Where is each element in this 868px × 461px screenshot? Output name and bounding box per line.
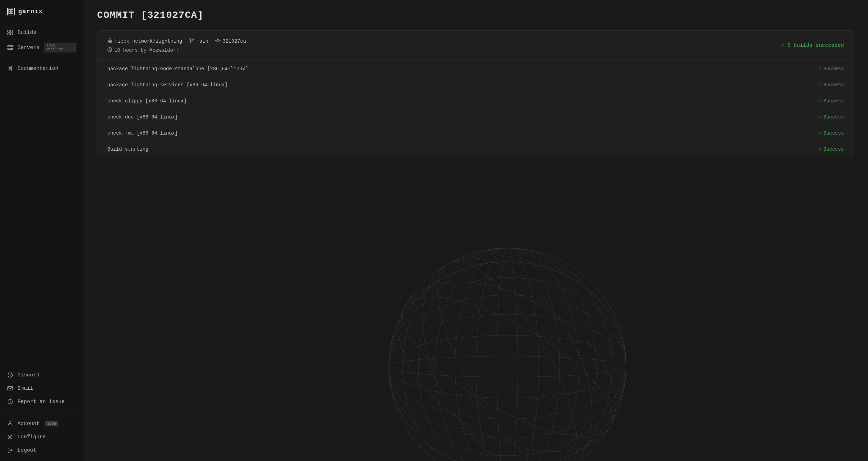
- build-row[interactable]: check fmt [x86_64-linux] ✓ Success: [97, 125, 854, 141]
- sidebar-item-builds[interactable]: Builds: [0, 26, 83, 39]
- book-icon: [7, 65, 13, 72]
- build-name: package lightning-node-standalone [x86_6…: [107, 66, 248, 72]
- status-label: Success: [823, 98, 844, 104]
- commit-meta-row-2: 10 hours by @ozwaldorf: [107, 47, 246, 53]
- sidebar-item-label: Email: [17, 386, 33, 391]
- build-name: check fmt [x86_64-linux]: [107, 130, 178, 136]
- svg-point-53: [217, 39, 219, 42]
- sidebar: garnix Builds: [0, 0, 83, 461]
- svg-point-49: [190, 38, 191, 39]
- builds-list: package lightning-node-standalone [x86_6…: [97, 61, 854, 157]
- time-meta: 10 hours by @ozwaldorf: [107, 47, 179, 53]
- nav-bottom: Account soon Configure Logout: [0, 414, 83, 461]
- svg-point-30: [389, 295, 626, 438]
- build-row[interactable]: check doc [x86_64-linux] ✓ Success: [97, 109, 854, 125]
- sidebar-item-configure[interactable]: Configure: [0, 430, 83, 444]
- build-row[interactable]: package lightning-node-standalone [x86_6…: [97, 61, 854, 77]
- hash-meta: 321027ca: [215, 38, 246, 44]
- branch-icon: [189, 38, 194, 44]
- sidebar-item-label: Account: [17, 421, 39, 427]
- check-icon: ✓: [818, 66, 821, 72]
- svg-point-38: [436, 248, 579, 461]
- svg-point-10: [11, 46, 12, 46]
- commit-meta-row-1: fleek-network/lightning: [107, 38, 246, 44]
- svg-point-31: [389, 314, 626, 419]
- svg-point-46: [412, 244, 603, 461]
- nav-divider-1: [0, 59, 83, 59]
- email-icon: [7, 385, 13, 391]
- sidebar-item-servers[interactable]: Servers join waitlist: [0, 39, 83, 56]
- builds-summary: ✓ 6 builds succeeded: [781, 42, 844, 49]
- build-status: ✓ Success: [818, 130, 844, 136]
- status-label: Success: [823, 82, 844, 88]
- svg-point-29: [389, 278, 626, 456]
- sidebar-item-label: Servers: [17, 45, 39, 51]
- time-ago: 10 hours: [114, 48, 138, 53]
- sidebar-item-label: Report an issue: [17, 399, 65, 405]
- status-label: Success: [823, 130, 844, 136]
- configure-icon: [7, 434, 13, 440]
- build-name: package lightning-services [x86_64-linux…: [107, 82, 227, 88]
- svg-point-39: [418, 248, 596, 461]
- grid-icon: [7, 29, 13, 36]
- sidebar-item-account[interactable]: Account soon: [0, 417, 83, 430]
- build-status: ✓ Success: [818, 82, 844, 88]
- sidebar-item-report[interactable]: Report an issue: [0, 395, 83, 408]
- check-icon: ✓: [818, 114, 821, 120]
- svg-rect-5: [10, 30, 13, 32]
- server-icon: [7, 44, 13, 51]
- status-label: Success: [823, 66, 844, 72]
- build-status: ✓ Success: [818, 146, 844, 152]
- svg-point-34: [389, 262, 626, 461]
- check-icon: ✓: [781, 42, 784, 49]
- soon-badge: soon: [45, 421, 58, 426]
- svg-point-40: [403, 248, 612, 461]
- logout-icon: [7, 447, 13, 453]
- nav-divider-2: [0, 411, 83, 411]
- commit-hash: 321027ca: [223, 38, 246, 44]
- svg-point-22: [10, 403, 10, 403]
- build-row[interactable]: package lightning-services [x86_64-linux…: [97, 77, 854, 93]
- build-status: ✓ Success: [818, 114, 844, 120]
- app-name: garnix: [18, 8, 43, 15]
- svg-rect-1: [11, 9, 13, 11]
- sidebar-item-label: Builds: [17, 30, 36, 36]
- svg-point-43: [385, 271, 630, 461]
- nav-support: Discord Email Report an issue: [0, 368, 83, 408]
- svg-point-51: [192, 39, 194, 40]
- commit-meta: fleek-network/lightning: [107, 38, 246, 53]
- commit-header: fleek-network/lightning: [97, 31, 854, 61]
- sphere-decoration: [385, 244, 630, 461]
- page-title: COMMIT [321027CA]: [97, 10, 854, 21]
- nav-top: Builds Servers join waitlist: [0, 23, 83, 199]
- svg-point-42: [385, 247, 630, 461]
- svg-rect-2: [9, 12, 10, 14]
- sidebar-item-documentation[interactable]: Documentation: [0, 62, 83, 75]
- build-status: ✓ Success: [818, 66, 844, 72]
- svg-point-26: [389, 248, 626, 461]
- repo-icon: [107, 38, 113, 44]
- sidebar-item-label: Discord: [17, 372, 39, 378]
- svg-point-17: [9, 375, 10, 375]
- build-status: ✓ Success: [818, 98, 844, 104]
- svg-point-45: [388, 244, 627, 461]
- sidebar-item-logout[interactable]: Logout: [0, 444, 83, 457]
- svg-point-33: [389, 356, 626, 377]
- check-icon: ✓: [818, 98, 821, 104]
- svg-rect-0: [9, 9, 10, 11]
- main-inner: COMMIT [321027CA]: [83, 0, 868, 167]
- build-row[interactable]: Build starting ✓ Success: [97, 141, 854, 157]
- commit-card: fleek-network/lightning: [97, 30, 854, 157]
- build-row[interactable]: check clippy [x86_64-linux] ✓ Success: [97, 93, 854, 109]
- sidebar-item-label: Documentation: [17, 66, 58, 72]
- time-author: 10 hours by @ozwaldorf: [114, 48, 179, 53]
- svg-point-11: [11, 49, 12, 49]
- repo-meta: fleek-network/lightning: [107, 38, 182, 44]
- sidebar-item-label: Configure: [17, 434, 46, 440]
- sidebar-item-email[interactable]: Email: [0, 382, 83, 395]
- svg-point-50: [190, 41, 191, 43]
- sidebar-item-discord[interactable]: Discord: [0, 368, 83, 382]
- account-icon: [7, 420, 13, 427]
- svg-rect-47: [108, 38, 111, 42]
- status-label: Success: [823, 114, 844, 120]
